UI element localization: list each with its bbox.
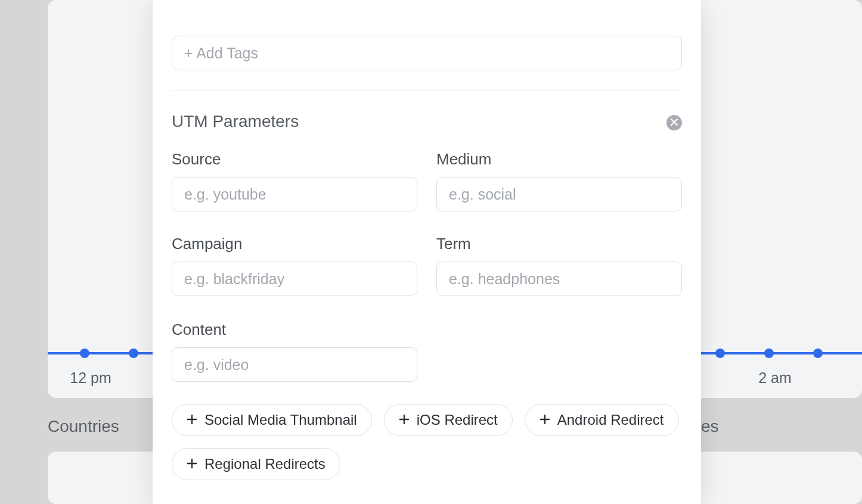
utm-medium-label: Medium <box>436 150 682 169</box>
close-utm-section-button[interactable] <box>666 115 682 130</box>
partial-heading: es <box>701 417 719 436</box>
tags-input[interactable] <box>172 36 682 70</box>
close-icon <box>671 117 678 128</box>
add-regional-redirects-chip[interactable]: Regional Redirects <box>172 448 340 480</box>
utm-term-label: Term <box>436 235 682 253</box>
link-settings-modal: UTM Parameters Source Medium Campaign Te… <box>153 0 701 504</box>
utm-term-field: Term <box>436 235 682 296</box>
chip-label: Android Redirect <box>557 412 664 428</box>
utm-source-label: Source <box>172 150 417 169</box>
utm-medium-field: Medium <box>436 150 682 211</box>
utm-campaign-input[interactable] <box>172 262 417 296</box>
utm-content-label: Content <box>172 321 417 339</box>
utm-source-field: Source <box>172 150 417 211</box>
utm-parameters-heading: UTM Parameters <box>172 112 299 131</box>
chart-data-point <box>129 349 138 358</box>
utm-medium-input[interactable] <box>436 177 682 211</box>
countries-heading: Countries <box>48 417 119 436</box>
utm-campaign-label: Campaign <box>172 235 417 253</box>
utm-content-input[interactable] <box>172 347 417 382</box>
section-divider <box>172 91 682 91</box>
utm-content-field: Content <box>172 321 417 382</box>
chip-label: iOS Redirect <box>417 412 498 428</box>
chip-label: Regional Redirects <box>204 456 325 472</box>
chip-label: Social Media Thumbnail <box>204 412 357 428</box>
add-android-redirect-chip[interactable]: Android Redirect <box>525 404 679 436</box>
utm-term-input[interactable] <box>436 262 682 296</box>
chart-data-point <box>813 349 823 358</box>
chart-data-point <box>715 349 725 358</box>
plus-icon <box>187 456 197 472</box>
plus-icon <box>399 412 410 428</box>
additional-options-chips: Social Media Thumbnail iOS Redirect Andr… <box>172 404 682 480</box>
add-social-thumbnail-chip[interactable]: Social Media Thumbnail <box>172 404 372 436</box>
plus-icon <box>539 412 550 428</box>
utm-campaign-field: Campaign <box>172 235 417 296</box>
chart-axis-label: 2 am <box>758 369 792 387</box>
chart-axis-label: 12 pm <box>70 369 111 387</box>
add-ios-redirect-chip[interactable]: iOS Redirect <box>384 404 513 436</box>
chart-data-point <box>764 349 774 358</box>
plus-icon <box>187 412 197 428</box>
chart-data-point <box>80 349 89 358</box>
utm-source-input[interactable] <box>172 177 417 211</box>
